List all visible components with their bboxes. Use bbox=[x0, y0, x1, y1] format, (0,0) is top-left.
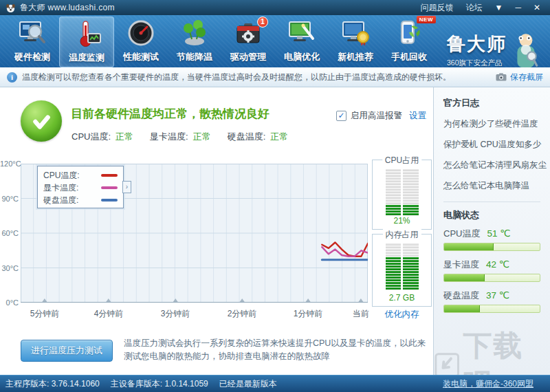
sidebar-divider bbox=[443, 202, 540, 202]
gauge-segment bbox=[386, 197, 419, 199]
info-text: 温度检测可以帮您查看各个重要硬件的温度，当硬件温度过高时会及时提醒您，以防止由于… bbox=[22, 72, 451, 83]
save-screenshot-link[interactable]: 保存截屏 bbox=[510, 72, 543, 83]
forum-link[interactable]: 论坛 bbox=[466, 2, 483, 14]
toolbar-item-temp[interactable]: 温度监测 bbox=[59, 17, 114, 67]
gauge-segment bbox=[386, 177, 419, 179]
meter-fill bbox=[444, 305, 480, 312]
gauge-segment bbox=[386, 271, 419, 273]
brand-tagline: 360旗下安全产品 bbox=[447, 58, 507, 68]
legend-swatch bbox=[101, 186, 118, 189]
x-tick-label: 5分钟前 bbox=[30, 308, 60, 320]
status-meter: 显卡温度42 ℃ bbox=[443, 259, 540, 282]
toolbar-item-label: 驱动管理 bbox=[221, 51, 275, 63]
ludashi-window: 鲁大师 www.ludashi.com 问题反馈 论坛 ▼ ─ ✕ 硬件检测温度… bbox=[0, 0, 550, 392]
toolbar-item-label: 硬件检测 bbox=[6, 51, 59, 63]
temperature-chart-block: CPU温度:显卡温度:硬盘温度:› 120°C90°C60°C30°C0°C5分… bbox=[0, 164, 433, 325]
gauge-segment bbox=[386, 205, 419, 207]
sidebar-log-item[interactable]: 怎么给笔记本清理风扇灰尘 bbox=[443, 160, 540, 171]
gauge-segment bbox=[386, 172, 419, 174]
toolbar-item-newpc[interactable]: 新机推荐 bbox=[329, 17, 382, 66]
toolbar-item-hardware[interactable]: 硬件检测 bbox=[6, 17, 59, 66]
sidebar-log-item[interactable]: 怎么给笔记本电脑降温 bbox=[443, 180, 540, 192]
x-tick-label: 4分钟前 bbox=[94, 308, 124, 320]
close-icon[interactable]: ✕ bbox=[534, 3, 540, 12]
legend-expander-icon[interactable]: › bbox=[122, 181, 131, 193]
legend-item: CPU温度: bbox=[43, 169, 118, 182]
stress-test-button[interactable]: 进行温度压力测试 bbox=[21, 340, 113, 362]
app-logo-icon bbox=[6, 3, 16, 13]
meter-track bbox=[443, 243, 540, 251]
legend-item: 显卡温度: bbox=[43, 182, 118, 194]
settings-link[interactable]: 设置 bbox=[409, 110, 426, 122]
status-ok-icon bbox=[21, 100, 62, 142]
memory-usage-box: 内存占用 2.7 GB bbox=[372, 234, 432, 307]
new-ribbon: NEW bbox=[417, 16, 436, 23]
db-version: 主设备库版本: 1.0.14.1059 bbox=[111, 378, 208, 390]
gauge-segment bbox=[386, 249, 419, 251]
save-screenshot[interactable]: 保存截屏 bbox=[496, 72, 543, 83]
legend-label: 显卡温度: bbox=[43, 182, 78, 194]
chart-legend: CPU温度:显卡温度:硬盘温度:› bbox=[37, 166, 124, 208]
x-tick-label: 1分钟前 bbox=[294, 308, 323, 320]
toolbar-item-label: 温度监测 bbox=[60, 52, 113, 64]
official-log-list: 为何检测少了些硬件温度保护爱机 CPU温度知多少怎么给笔记本清理风扇灰尘怎么给笔… bbox=[443, 118, 540, 192]
feedback-link[interactable]: 问题反馈 bbox=[421, 2, 454, 14]
legend-label: 硬盘温度: bbox=[43, 195, 78, 206]
temp-summary: CPU温度:正常显卡温度:正常硬盘温度:正常 bbox=[72, 131, 288, 143]
toolbar-item-label: 手机回收 bbox=[382, 51, 436, 63]
optimize-memory-link[interactable]: 优化内存 bbox=[372, 309, 432, 320]
app-version: 主程序版本: 3.76.14.1060 bbox=[6, 378, 100, 390]
info-icon: i bbox=[7, 72, 17, 83]
cpu-usage-gauge bbox=[386, 169, 419, 216]
menu-dropdown-icon[interactable]: ▼ bbox=[495, 3, 503, 12]
gauge-segment bbox=[386, 252, 419, 254]
temp-summary-label: 硬盘温度: bbox=[228, 131, 266, 142]
hardware-icon bbox=[17, 18, 47, 48]
meter-label: CPU温度 bbox=[443, 228, 480, 240]
cpu-usage-box: CPU占用 21% bbox=[372, 160, 432, 230]
toolbar-item-label: 节能降温 bbox=[168, 51, 221, 63]
meter-value: 42 ℃ bbox=[486, 259, 509, 270]
meter-label: 显卡温度 bbox=[443, 259, 479, 271]
alarm-checkbox[interactable]: ✓ bbox=[336, 111, 346, 121]
legend-label: CPU温度: bbox=[43, 170, 80, 182]
gauge-segment bbox=[386, 243, 419, 246]
gauge-segment bbox=[386, 274, 419, 276]
toolbar-item-driver[interactable]: 1驱动管理 bbox=[221, 17, 275, 66]
meter-track bbox=[443, 274, 540, 282]
alarm-row: ✓ 启用高温报警 设置 bbox=[336, 110, 426, 122]
legend-swatch bbox=[101, 199, 118, 202]
stress-test-description: 温度压力测试会执行一系列复杂的运算来快速提升CPU以及显卡的温度，以此来测试您电… bbox=[124, 337, 428, 363]
x-tick-label: 3分钟前 bbox=[161, 308, 190, 320]
sidebar-log-item[interactable]: 保护爱机 CPU温度知多少 bbox=[443, 139, 540, 151]
latest-version-label: 已经是最新版本 bbox=[219, 378, 277, 390]
cpu-usage-title: CPU占用 bbox=[382, 155, 421, 166]
promo-link[interactable]: 装电脑，赚佣金-360网盟 bbox=[443, 378, 534, 390]
gauge-segment bbox=[386, 191, 419, 193]
toolbar-item-perf[interactable]: 性能测试 bbox=[114, 17, 168, 66]
gauge-segment bbox=[386, 175, 419, 177]
gauge-segment bbox=[386, 279, 419, 281]
toolbar-item-optimize[interactable]: 电脑优化 bbox=[275, 17, 329, 66]
meter-fill bbox=[444, 274, 485, 281]
y-tick-label: 120°C bbox=[0, 160, 19, 168]
memory-usage-title: 内存占用 bbox=[383, 229, 421, 241]
official-log-title: 官方日志 bbox=[443, 97, 540, 109]
gauge-segment bbox=[386, 186, 419, 188]
gauge-segment bbox=[386, 254, 419, 257]
gauge-segment bbox=[386, 199, 419, 202]
pc-status-title: 电脑状态 bbox=[443, 209, 540, 221]
gauge-segment bbox=[386, 282, 419, 284]
temp-summary-value: 正常 bbox=[193, 131, 211, 142]
toolbar-item-phone[interactable]: NEW手机回收 bbox=[382, 17, 436, 66]
gauge-segment bbox=[386, 210, 419, 213]
gauge-segment bbox=[386, 202, 419, 204]
gauge-segment bbox=[386, 246, 419, 248]
toolbar-item-energy[interactable]: 节能降温 bbox=[168, 17, 221, 66]
minimize-icon[interactable]: ─ bbox=[515, 3, 521, 12]
temp-summary-label: CPU温度: bbox=[72, 131, 111, 142]
y-tick-label: 90°C bbox=[0, 195, 19, 203]
sidebar-log-item[interactable]: 为何检测少了些硬件温度 bbox=[443, 118, 540, 130]
legend-swatch bbox=[101, 174, 118, 177]
legend-item: 硬盘温度: bbox=[43, 194, 118, 206]
